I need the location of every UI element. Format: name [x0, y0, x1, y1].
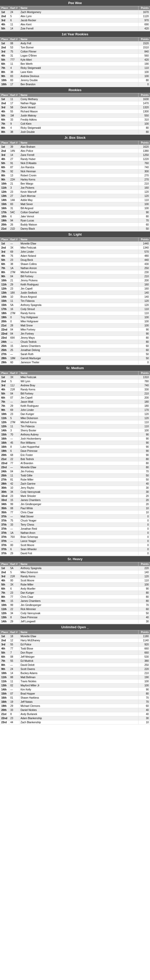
- cell-2: Ben Wargo: [19, 182, 139, 186]
- cell-1: 33: [9, 523, 19, 527]
- cell-1: 83: [9, 74, 19, 78]
- cell-2: Jim Gindlesperger: [19, 502, 139, 506]
- cell-0: 1st: [0, 375, 9, 379]
- cell-2: Jeff Metzger: [19, 655, 139, 659]
- cell-2: Randy Kerns: [19, 574, 139, 579]
- table-row: 22nd04Jim Fortney90: [0, 332, 150, 336]
- section-jr-box-stock: Jr. Box StockPlaceKart #NamePoints1st39A…: [0, 135, 150, 231]
- col-header-1: Kart #: [9, 141, 19, 145]
- section-rookies: RookiesPlaceKart #NamePoints1st11Corey M…: [0, 87, 150, 134]
- section-title-pee-wee: Pee Wee: [0, 0, 150, 6]
- section-title-rookies: Rookies: [0, 87, 150, 93]
- cell-2: Matt Bellman: [19, 675, 139, 679]
- table-row: 11th11Travis Nickles100: [0, 679, 150, 684]
- col-header-1: Kart #: [9, 37, 19, 41]
- cell-3: 110: [139, 198, 150, 202]
- cell-0: 3rd: [0, 383, 9, 388]
- table-row: 2nd53Tom Borner1510: [0, 46, 150, 50]
- table-row: 14th14AAddie May110: [0, 198, 150, 202]
- cell-0: 1st: [0, 145, 9, 149]
- cell-1: 04: [9, 469, 19, 474]
- cell-3: 50: [139, 356, 150, 360]
- cell-1: 27: [9, 157, 19, 161]
- table-row: 20th0Mike Holtgraver100: [0, 320, 150, 324]
- cell-0: 2nd: [0, 149, 9, 153]
- cell-2: Travis Nickles: [19, 679, 139, 684]
- table-row: 7th9Colt Klein100: [0, 122, 150, 126]
- cell-3: 100: [139, 70, 150, 74]
- cell-3: 90: [139, 210, 150, 215]
- cell-2: Keith Rodriguez: [19, 404, 139, 408]
- col-header-3: Points: [139, 6, 150, 10]
- cell-3: 40: [139, 616, 150, 620]
- cell-1: 15: [9, 599, 19, 603]
- table-row: 10th23Dan Kuriger120: [0, 412, 150, 416]
- cell-3: 40: [139, 712, 150, 716]
- cell-3: 10: [139, 511, 150, 515]
- table-row: 37th—Jonathan Reid0: [0, 527, 150, 531]
- cell-1: 4: [9, 66, 19, 70]
- cell-2: Cody Stroud: [19, 307, 139, 311]
- cell-2: Don Royer: [19, 651, 139, 655]
- cell-2: Josh Hockenberry: [19, 437, 139, 441]
- cell-1: 29: [9, 283, 19, 287]
- col-header-2: Name: [19, 6, 139, 10]
- cell-2: Matt Sever: [19, 202, 139, 206]
- cell-2: Colt Klein: [19, 122, 139, 126]
- table-row: 10th99Jim Gindlesperger70: [0, 603, 150, 607]
- cell-3: 90: [139, 449, 150, 453]
- table-row: 16th31Bill Airgood100: [0, 206, 150, 210]
- cell-1: 38: [9, 262, 19, 266]
- cell-0: 24th: [0, 469, 9, 474]
- table-row: 28th42Zach Garrine40: [0, 482, 150, 486]
- cell-3: 50: [139, 227, 150, 231]
- cell-0: 5th: [0, 114, 9, 118]
- cell-2: Dan Kuriger: [19, 412, 139, 416]
- table-row: 18th6Jake Vernot80: [0, 215, 150, 219]
- cell-0: 37th: [0, 547, 9, 552]
- cell-0: 12th: [0, 190, 9, 194]
- cell-1: 29: [9, 404, 19, 408]
- cell-0: 15th: [0, 303, 9, 307]
- cell-3: 430: [139, 262, 150, 266]
- cell-0: 12th: [0, 611, 9, 616]
- cell-0: 15th: [0, 202, 9, 206]
- cell-0: 37th: [0, 543, 9, 547]
- cell-3: 100: [139, 206, 150, 210]
- cell-0: 20th: [0, 453, 9, 457]
- table-row: 16th45Ron Williams90: [0, 441, 150, 445]
- cell-0: 16th: [0, 696, 9, 700]
- table-row: 23rd44Zach Blankenship10: [0, 721, 150, 724]
- cell-0: 5th: [0, 651, 9, 655]
- cell-3: 1140: [139, 638, 150, 643]
- cell-1: 01: [9, 696, 19, 700]
- cell-0: 21st: [0, 324, 9, 328]
- cell-1: 69: [9, 408, 19, 412]
- cell-0: 10th: [0, 83, 9, 86]
- cell-1: 19: [9, 700, 19, 704]
- cell-0: 10th: [0, 671, 9, 675]
- cell-0: 6th: [0, 396, 9, 400]
- cell-2: James Chambers: [19, 599, 139, 603]
- cell-3: 1220: [139, 157, 150, 161]
- table-row: 29th60Jameson Theiler0: [0, 360, 150, 364]
- cell-0: 9th: [0, 274, 9, 278]
- cell-0: 19th: [0, 449, 9, 453]
- cell-2: Ricky Steigerwald: [19, 66, 139, 70]
- cell-1: 87: [9, 165, 19, 169]
- cell-1: 3X: [9, 583, 19, 587]
- cell-3: 1120: [139, 14, 150, 18]
- cell-0: 1st: [0, 97, 9, 101]
- table-row: 20th68Eric Foster90: [0, 453, 150, 457]
- cell-2: Nathan Riggs: [19, 101, 139, 105]
- cell-1: 08: [9, 655, 19, 659]
- cell-1: 11: [9, 474, 19, 478]
- cell-2: Harley Kerns: [19, 178, 139, 182]
- table-row: 5th23Doug Beck440: [0, 258, 150, 262]
- cell-2: Tom Borner: [19, 46, 139, 50]
- cell-1: 5: [9, 14, 19, 18]
- cell-2: Jason Watt: [19, 400, 139, 404]
- cell-2: Jim Capell: [19, 287, 139, 291]
- cell-1: 1A: [9, 531, 19, 535]
- cell-3: 120: [139, 303, 150, 307]
